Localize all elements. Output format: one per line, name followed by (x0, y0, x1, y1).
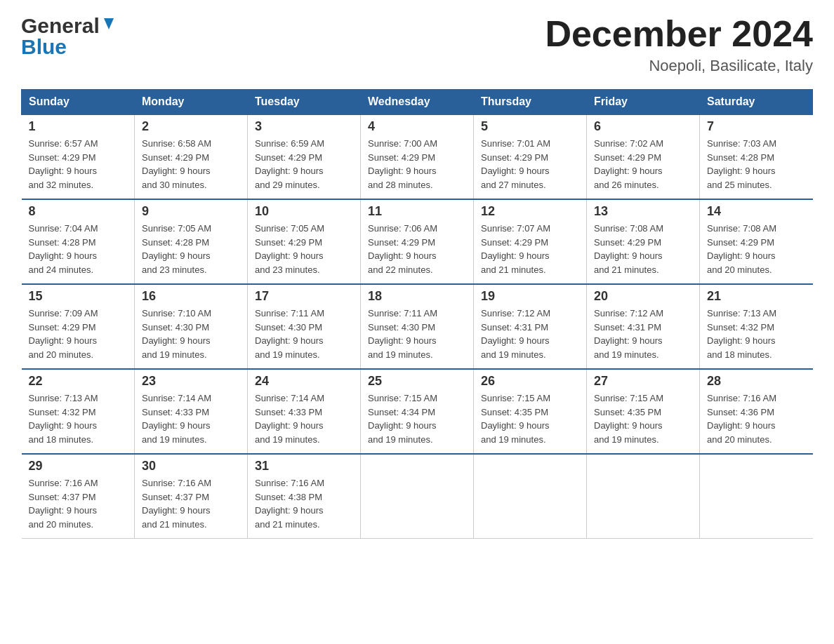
calendar-cell: 1 Sunrise: 6:57 AM Sunset: 4:29 PM Dayli… (22, 114, 135, 199)
day-number: 5 (481, 119, 579, 134)
day-number: 1 (29, 119, 128, 134)
calendar-cell (361, 454, 474, 539)
day-info: Sunrise: 7:16 AM Sunset: 4:37 PM Dayligh… (142, 476, 240, 531)
calendar-week-row: 22 Sunrise: 7:13 AM Sunset: 4:32 PM Dayl… (22, 369, 813, 454)
day-number: 6 (594, 119, 692, 134)
day-number: 31 (255, 459, 353, 474)
calendar-cell: 10 Sunrise: 7:05 AM Sunset: 4:29 PM Dayl… (248, 199, 361, 284)
day-number: 4 (368, 119, 466, 134)
calendar-cell: 12 Sunrise: 7:07 AM Sunset: 4:29 PM Dayl… (474, 199, 587, 284)
day-number: 16 (142, 289, 240, 304)
day-info: Sunrise: 7:13 AM Sunset: 4:32 PM Dayligh… (29, 391, 128, 446)
calendar-header-row: Sunday Monday Tuesday Wednesday Thursday… (22, 90, 813, 115)
day-number: 30 (142, 459, 240, 474)
calendar-cell: 26 Sunrise: 7:15 AM Sunset: 4:35 PM Dayl… (474, 369, 587, 454)
col-monday: Monday (135, 90, 248, 115)
day-info: Sunrise: 7:15 AM Sunset: 4:34 PM Dayligh… (368, 391, 466, 446)
day-info: Sunrise: 7:13 AM Sunset: 4:32 PM Dayligh… (707, 307, 806, 361)
day-number: 23 (142, 374, 240, 389)
calendar-cell: 13 Sunrise: 7:08 AM Sunset: 4:29 PM Dayl… (587, 199, 700, 284)
calendar-cell: 6 Sunrise: 7:02 AM Sunset: 4:29 PM Dayli… (587, 114, 700, 199)
day-info: Sunrise: 7:00 AM Sunset: 4:29 PM Dayligh… (368, 137, 466, 192)
day-number: 18 (368, 289, 466, 304)
page-header: General Blue December 2024 Noepoli, Basi… (21, 14, 813, 75)
day-number: 28 (707, 374, 806, 389)
day-number: 24 (255, 374, 353, 389)
day-info: Sunrise: 7:09 AM Sunset: 4:29 PM Dayligh… (29, 307, 128, 361)
calendar-cell: 5 Sunrise: 7:01 AM Sunset: 4:29 PM Dayli… (474, 114, 587, 199)
day-number: 21 (707, 289, 806, 304)
calendar-cell: 31 Sunrise: 7:16 AM Sunset: 4:38 PM Dayl… (248, 454, 361, 539)
calendar-week-row: 15 Sunrise: 7:09 AM Sunset: 4:29 PM Dayl… (22, 284, 813, 369)
calendar-cell: 8 Sunrise: 7:04 AM Sunset: 4:28 PM Dayli… (22, 199, 135, 284)
col-tuesday: Tuesday (248, 90, 361, 115)
day-info: Sunrise: 7:12 AM Sunset: 4:31 PM Dayligh… (594, 307, 692, 361)
calendar-cell: 29 Sunrise: 7:16 AM Sunset: 4:37 PM Dayl… (22, 454, 135, 539)
day-number: 2 (142, 119, 240, 134)
col-sunday: Sunday (22, 90, 135, 115)
logo-blue: Blue (21, 35, 67, 59)
day-number: 12 (481, 204, 579, 219)
day-info: Sunrise: 7:07 AM Sunset: 4:29 PM Dayligh… (481, 222, 579, 276)
day-number: 11 (368, 204, 466, 219)
day-info: Sunrise: 7:15 AM Sunset: 4:35 PM Dayligh… (481, 391, 579, 446)
day-info: Sunrise: 7:01 AM Sunset: 4:29 PM Dayligh… (481, 137, 579, 192)
logo: General Blue (21, 14, 117, 59)
calendar-cell: 21 Sunrise: 7:13 AM Sunset: 4:32 PM Dayl… (700, 284, 813, 369)
day-info: Sunrise: 7:15 AM Sunset: 4:35 PM Dayligh… (594, 391, 692, 446)
calendar-cell: 11 Sunrise: 7:06 AM Sunset: 4:29 PM Dayl… (361, 199, 474, 284)
calendar-cell: 22 Sunrise: 7:13 AM Sunset: 4:32 PM Dayl… (22, 369, 135, 454)
calendar-cell (700, 454, 813, 539)
col-saturday: Saturday (700, 90, 813, 115)
calendar-cell (587, 454, 700, 539)
calendar-cell: 24 Sunrise: 7:14 AM Sunset: 4:33 PM Dayl… (248, 369, 361, 454)
calendar-cell: 18 Sunrise: 7:11 AM Sunset: 4:30 PM Dayl… (361, 284, 474, 369)
day-number: 14 (707, 204, 806, 219)
day-info: Sunrise: 7:11 AM Sunset: 4:30 PM Dayligh… (368, 307, 466, 361)
day-info: Sunrise: 7:04 AM Sunset: 4:28 PM Dayligh… (29, 222, 128, 276)
calendar-cell: 2 Sunrise: 6:58 AM Sunset: 4:29 PM Dayli… (135, 114, 248, 199)
calendar-cell: 14 Sunrise: 7:08 AM Sunset: 4:29 PM Dayl… (700, 199, 813, 284)
calendar-cell: 25 Sunrise: 7:15 AM Sunset: 4:34 PM Dayl… (361, 369, 474, 454)
calendar-cell: 28 Sunrise: 7:16 AM Sunset: 4:36 PM Dayl… (700, 369, 813, 454)
day-info: Sunrise: 6:59 AM Sunset: 4:29 PM Dayligh… (255, 137, 353, 192)
day-info: Sunrise: 7:14 AM Sunset: 4:33 PM Dayligh… (255, 391, 353, 446)
calendar-cell: 16 Sunrise: 7:10 AM Sunset: 4:30 PM Dayl… (135, 284, 248, 369)
calendar-week-row: 1 Sunrise: 6:57 AM Sunset: 4:29 PM Dayli… (22, 114, 813, 199)
calendar-cell: 7 Sunrise: 7:03 AM Sunset: 4:28 PM Dayli… (700, 114, 813, 199)
day-info: Sunrise: 7:11 AM Sunset: 4:30 PM Dayligh… (255, 307, 353, 361)
title-section: December 2024 Noepoli, Basilicate, Italy (545, 14, 813, 75)
calendar-table: Sunday Monday Tuesday Wednesday Thursday… (21, 89, 813, 539)
col-thursday: Thursday (474, 90, 587, 115)
day-number: 20 (594, 289, 692, 304)
calendar-cell: 30 Sunrise: 7:16 AM Sunset: 4:37 PM Dayl… (135, 454, 248, 539)
calendar-cell: 3 Sunrise: 6:59 AM Sunset: 4:29 PM Dayli… (248, 114, 361, 199)
calendar-cell: 20 Sunrise: 7:12 AM Sunset: 4:31 PM Dayl… (587, 284, 700, 369)
calendar-cell: 19 Sunrise: 7:12 AM Sunset: 4:31 PM Dayl… (474, 284, 587, 369)
day-number: 9 (142, 204, 240, 219)
day-info: Sunrise: 7:16 AM Sunset: 4:37 PM Dayligh… (29, 476, 128, 531)
logo-general: General (21, 14, 100, 38)
day-info: Sunrise: 7:05 AM Sunset: 4:28 PM Dayligh… (142, 222, 240, 276)
day-number: 10 (255, 204, 353, 219)
day-info: Sunrise: 7:05 AM Sunset: 4:29 PM Dayligh… (255, 222, 353, 276)
day-number: 19 (481, 289, 579, 304)
svg-marker-0 (104, 18, 114, 29)
day-number: 27 (594, 374, 692, 389)
day-info: Sunrise: 7:06 AM Sunset: 4:29 PM Dayligh… (368, 222, 466, 276)
calendar-cell: 17 Sunrise: 7:11 AM Sunset: 4:30 PM Dayl… (248, 284, 361, 369)
calendar-cell: 27 Sunrise: 7:15 AM Sunset: 4:35 PM Dayl… (587, 369, 700, 454)
day-info: Sunrise: 7:12 AM Sunset: 4:31 PM Dayligh… (481, 307, 579, 361)
calendar-week-row: 29 Sunrise: 7:16 AM Sunset: 4:37 PM Dayl… (22, 454, 813, 539)
day-info: Sunrise: 7:16 AM Sunset: 4:36 PM Dayligh… (707, 391, 806, 446)
day-number: 17 (255, 289, 353, 304)
calendar-week-row: 8 Sunrise: 7:04 AM Sunset: 4:28 PM Dayli… (22, 199, 813, 284)
col-wednesday: Wednesday (361, 90, 474, 115)
day-number: 22 (29, 374, 128, 389)
day-number: 29 (29, 459, 128, 474)
day-info: Sunrise: 7:08 AM Sunset: 4:29 PM Dayligh… (594, 222, 692, 276)
day-number: 26 (481, 374, 579, 389)
day-info: Sunrise: 7:08 AM Sunset: 4:29 PM Dayligh… (707, 222, 806, 276)
day-info: Sunrise: 7:02 AM Sunset: 4:29 PM Dayligh… (594, 137, 692, 192)
calendar-cell: 23 Sunrise: 7:14 AM Sunset: 4:33 PM Dayl… (135, 369, 248, 454)
